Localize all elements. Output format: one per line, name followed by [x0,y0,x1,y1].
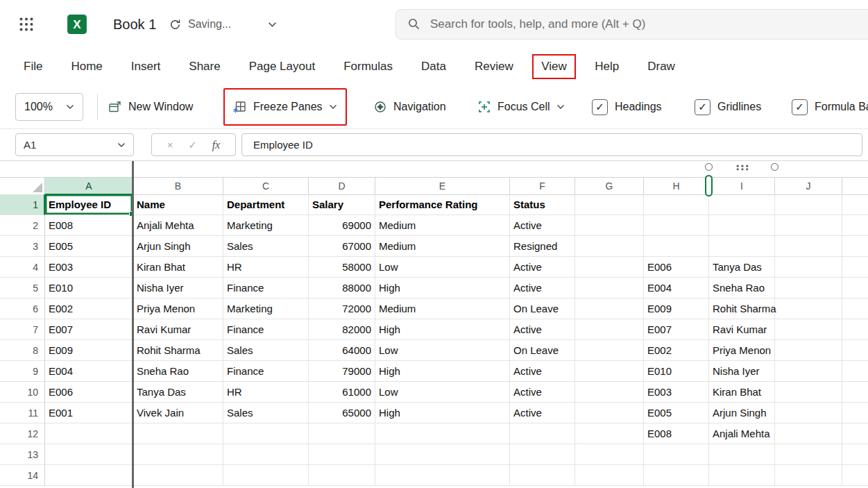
cell-A8[interactable]: E009 [45,340,133,361]
cell-G4[interactable] [575,257,644,278]
cell-F5[interactable]: Active [510,278,575,298]
freeze-panes-button[interactable]: Freeze Panes [223,88,347,126]
column-header-I[interactable]: I [709,178,775,195]
menu-tab-home[interactable]: Home [71,60,102,74]
cell-G8[interactable] [575,340,644,361]
cell-C7[interactable]: Finance [223,319,309,340]
cell-H11[interactable]: E005 [644,403,709,423]
row-header-14[interactable]: 14 [0,465,45,486]
cell-C12[interactable] [223,423,309,444]
menu-tab-data[interactable]: Data [421,60,446,74]
enter-icon[interactable]: ✓ [188,139,197,151]
row-header-13[interactable]: 13 [0,444,45,465]
menu-tab-view[interactable]: View [532,54,576,79]
cell-D9[interactable]: 79000 [309,361,375,382]
cell-A1[interactable]: Employee ID [45,194,133,215]
workbook-menu-chevron-down-icon[interactable] [268,22,277,28]
cell-A2[interactable]: E008 [45,215,133,236]
column-header-F[interactable]: F [510,178,575,195]
cell-J11[interactable] [775,403,842,423]
cell-C4[interactable]: HR [223,257,309,278]
menu-tab-share[interactable]: Share [189,60,220,74]
cell-E7[interactable]: High [375,319,510,340]
cell-B8[interactable]: Rohit Sharma [133,340,223,361]
navigation-button[interactable]: Navigation [371,93,449,121]
cell-E13[interactable] [375,444,510,465]
cell-J1[interactable] [775,194,842,215]
name-box[interactable]: A1 [15,133,134,156]
cell-A9[interactable]: E004 [45,361,133,382]
cell-B5[interactable]: Nisha Iyer [133,278,223,298]
cell-B6[interactable]: Priya Menon [133,298,223,319]
cell-A13[interactable] [45,444,133,465]
cell-E3[interactable]: Medium [375,236,510,257]
cell-A6[interactable]: E002 [45,298,133,319]
cell-B4[interactable]: Kiran Bhat [133,257,223,278]
cell-F14[interactable] [510,465,575,486]
column-resize-handle-right[interactable] [771,163,778,171]
cell-G3[interactable] [575,236,644,257]
row-header-2[interactable]: 2 [0,215,45,236]
cell-D8[interactable]: 64000 [309,340,375,361]
cell-I4[interactable]: Tanya Das [709,257,775,278]
cell-D11[interactable]: 65000 [309,403,375,423]
cell-H13[interactable] [644,444,709,465]
cell-D5[interactable]: 88000 [309,278,375,298]
cell-G14[interactable] [575,465,644,486]
cell-F11[interactable]: Active [510,403,575,423]
cell-C11[interactable]: Sales [223,403,309,423]
column-header-A[interactable]: A [45,178,133,195]
cell-E11[interactable]: High [375,403,510,423]
row-header-5[interactable]: 5 [0,278,45,298]
cell-F7[interactable]: Active [510,319,575,340]
cell-B3[interactable]: Arjun Singh [133,236,223,257]
cell-F3[interactable]: Resigned [510,236,575,257]
column-header-J[interactable]: J [775,178,842,195]
cell-J4[interactable] [775,257,842,278]
row-header-3[interactable]: 3 [0,236,45,257]
cell-B10[interactable]: Tanya Das [133,382,223,403]
cell-D12[interactable] [309,423,375,444]
cell-G5[interactable] [575,278,644,298]
row-header-8[interactable]: 8 [0,340,45,361]
cell-J2[interactable] [775,215,842,236]
cell-G2[interactable] [575,215,644,236]
cell-A5[interactable]: E010 [45,278,133,298]
cell-H2[interactable] [644,215,709,236]
select-all-corner[interactable] [0,178,45,195]
cell-E6[interactable]: Medium [375,298,510,319]
cell-J3[interactable] [775,236,842,257]
cell-I5[interactable]: Sneha Rao [709,278,775,298]
cell-D2[interactable]: 69000 [309,215,375,236]
cell-F8[interactable]: On Leave [510,340,575,361]
cell-D1[interactable]: Salary [309,194,375,215]
cell-C3[interactable]: Sales [223,236,309,257]
cancel-icon[interactable]: × [167,139,173,151]
cell-A3[interactable]: E005 [45,236,133,257]
cell-F2[interactable]: Active [510,215,575,236]
menu-tab-file[interactable]: File [24,60,42,74]
cell-I1[interactable] [709,194,775,215]
cell-D10[interactable]: 61000 [309,382,375,403]
cell-D4[interactable]: 58000 [309,257,375,278]
cell-D7[interactable]: 82000 [309,319,375,340]
menu-tab-review[interactable]: Review [475,60,513,74]
cell-H7[interactable]: E007 [644,319,709,340]
cell-F9[interactable]: Active [510,361,575,382]
cell-J6[interactable] [775,298,842,319]
formula-input[interactable]: Employee ID [241,133,862,156]
cell-G6[interactable] [575,298,644,319]
column-header-B[interactable]: B [133,178,223,195]
zoom-dropdown[interactable]: 100% [15,93,83,121]
cell-E14[interactable] [375,465,510,486]
menu-tab-draw[interactable]: Draw [647,60,675,74]
cell-D13[interactable] [309,444,375,465]
cell-D3[interactable]: 67000 [309,236,375,257]
row-header-4[interactable]: 4 [0,257,45,278]
menu-tab-page-layout[interactable]: Page Layout [249,60,315,74]
menu-tab-help[interactable]: Help [595,60,619,74]
row-header-1[interactable]: 1 [0,194,45,215]
cell-B12[interactable] [133,423,223,444]
cell-H9[interactable]: E010 [644,361,709,382]
cell-I10[interactable]: Kiran Bhat [709,382,775,403]
